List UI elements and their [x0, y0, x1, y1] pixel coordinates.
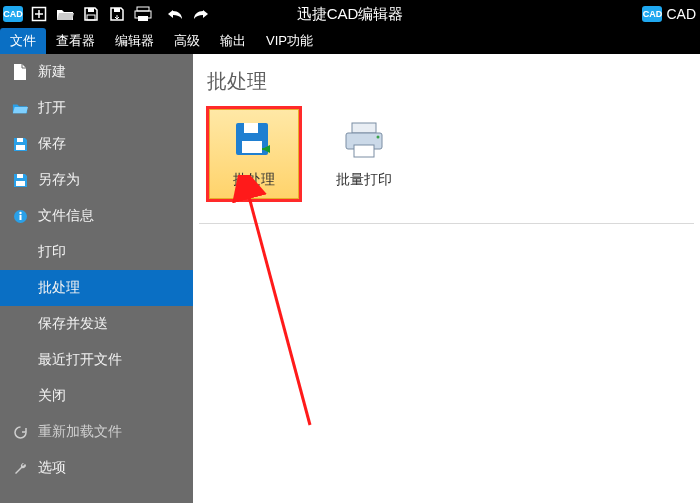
content-panel: 批处理 批处理	[193, 54, 700, 503]
svg-rect-17	[244, 123, 258, 133]
open-icon[interactable]	[52, 0, 78, 28]
svg-rect-18	[242, 141, 262, 153]
info-icon	[12, 208, 28, 224]
tab-vip[interactable]: VIP功能	[256, 28, 323, 54]
sidebar-item-new[interactable]: 新建	[0, 54, 193, 90]
svg-rect-8	[138, 16, 148, 21]
blank-icon	[12, 352, 28, 368]
floppy-icon	[12, 136, 28, 152]
svg-rect-5	[114, 8, 120, 12]
sidebar-item-open[interactable]: 打开	[0, 90, 193, 126]
blank-icon	[12, 388, 28, 404]
print-icon[interactable]	[130, 0, 156, 28]
sidebar-item-save-send[interactable]: 保存并发送	[0, 306, 193, 342]
sidebar-item-options[interactable]: 选项	[0, 450, 193, 486]
svg-point-15	[19, 211, 21, 213]
content-header: 批处理	[193, 54, 700, 105]
wrench-icon	[12, 460, 28, 476]
batch-process-button[interactable]: 批处理	[209, 109, 299, 199]
sidebar-item-close[interactable]: 关闭	[0, 378, 193, 414]
svg-rect-14	[19, 215, 21, 220]
quick-access-toolbar: CAD	[0, 0, 214, 28]
menubar: 文件 查看器 编辑器 高级 输出 VIP功能	[0, 28, 700, 54]
batch-print-button[interactable]: 批量打印	[319, 109, 409, 199]
svg-rect-19	[262, 148, 268, 150]
svg-rect-12	[16, 181, 25, 186]
sidebar-item-saveas[interactable]: 另存为	[0, 162, 193, 198]
svg-rect-10	[16, 145, 25, 150]
new-icon[interactable]	[26, 0, 52, 28]
saveas-icon[interactable]	[104, 0, 130, 28]
svg-rect-9	[17, 138, 23, 142]
svg-rect-6	[137, 7, 149, 11]
tab-viewer[interactable]: 查看器	[46, 28, 105, 54]
cad-badge-icon: CAD	[642, 6, 662, 22]
svg-rect-22	[354, 145, 374, 157]
batch-process-icon	[232, 119, 276, 163]
content-body: 批处理 批量打印	[199, 105, 694, 224]
folder-open-icon	[12, 100, 28, 116]
tab-output[interactable]: 输出	[210, 28, 256, 54]
tab-file[interactable]: 文件	[0, 28, 46, 54]
sidebar-item-batch[interactable]: 批处理	[0, 270, 193, 306]
svg-rect-3	[88, 8, 94, 12]
document-icon	[12, 64, 28, 80]
sidebar-item-fileinfo[interactable]: 文件信息	[0, 198, 193, 234]
svg-rect-11	[17, 174, 23, 178]
refresh-icon	[12, 424, 28, 440]
sidebar-item-save[interactable]: 保存	[0, 126, 193, 162]
app-logo[interactable]: CAD	[0, 0, 26, 28]
blank-icon	[12, 280, 28, 296]
floppy-arrow-icon	[12, 172, 28, 188]
svg-rect-20	[352, 123, 376, 133]
batch-process-label: 批处理	[233, 171, 275, 189]
redo-icon[interactable]	[188, 0, 214, 28]
save-icon[interactable]	[78, 0, 104, 28]
cad-right-label: CAD	[666, 6, 696, 22]
sidebar-item-print[interactable]: 打印	[0, 234, 193, 270]
client-area: 新建 打开 保存 另存为 文件信息 打印 批处理 保存并发送	[0, 54, 700, 503]
undo-icon[interactable]	[162, 0, 188, 28]
tab-editor[interactable]: 编辑器	[105, 28, 164, 54]
batch-print-icon	[342, 119, 386, 163]
svg-point-23	[377, 136, 380, 139]
batch-print-label: 批量打印	[336, 171, 392, 189]
blank-icon	[12, 244, 28, 260]
titlebar: CAD 迅捷CAD编辑器 CAD CAD	[0, 0, 700, 28]
sidebar-item-recent[interactable]: 最近打开文件	[0, 342, 193, 378]
tab-advanced[interactable]: 高级	[164, 28, 210, 54]
blank-icon	[12, 316, 28, 332]
sidebar: 新建 打开 保存 另存为 文件信息 打印 批处理 保存并发送	[0, 54, 193, 503]
sidebar-item-reload[interactable]: 重新加载文件	[0, 414, 193, 450]
